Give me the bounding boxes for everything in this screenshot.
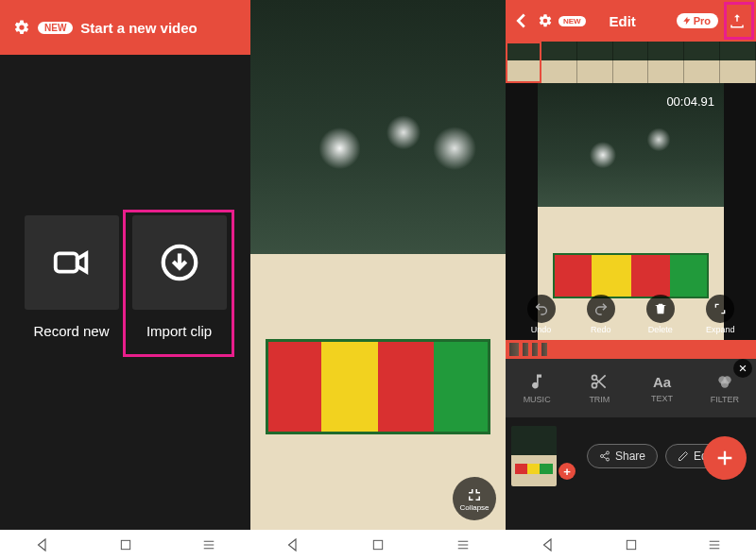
- nav-home[interactable]: [118, 537, 133, 552]
- gear-icon[interactable]: [13, 19, 30, 36]
- redo-icon: [593, 301, 609, 316]
- share-icon: [599, 450, 610, 462]
- svg-point-9: [607, 458, 610, 461]
- thumbnail[interactable]: [720, 42, 756, 83]
- record-new-label: Record new: [33, 323, 109, 339]
- nav-home[interactable]: [624, 537, 639, 552]
- nav-recent[interactable]: [200, 536, 217, 553]
- hamburger-icon: [706, 536, 723, 553]
- collapse-button[interactable]: Collapse: [453, 477, 496, 520]
- music-tool[interactable]: MUSIC: [506, 359, 568, 417]
- triangle-back-icon: [540, 536, 557, 553]
- nav-back[interactable]: [540, 536, 557, 553]
- square-home-icon: [370, 537, 386, 552]
- thumbnail[interactable]: [577, 42, 613, 83]
- thumbnail-strip[interactable]: [506, 42, 756, 83]
- android-nav-bars: [0, 530, 756, 560]
- svg-point-7: [607, 451, 610, 454]
- svg-rect-11: [373, 540, 382, 549]
- svg-rect-0: [55, 253, 77, 271]
- scissors-icon: [590, 372, 609, 391]
- text-icon: Aa: [653, 374, 671, 390]
- export-button[interactable]: [724, 8, 750, 34]
- delete-button[interactable]: Delete: [646, 295, 675, 334]
- hamburger-icon: [200, 536, 217, 553]
- fab-add-button[interactable]: [703, 436, 747, 480]
- svg-point-3: [593, 383, 597, 388]
- edit-toolbar: MUSIC TRIM Aa TEXT FILTER: [506, 359, 756, 417]
- video-preview[interactable]: 00:04.91 Undo Redo Delete Expand: [506, 83, 756, 340]
- triangle-back-icon: [34, 536, 51, 553]
- triangle-back-icon: [284, 536, 301, 553]
- svg-rect-12: [627, 540, 635, 549]
- record-new-button[interactable]: [25, 215, 119, 310]
- svg-point-6: [721, 380, 729, 387]
- thumbnail[interactable]: [506, 42, 541, 83]
- trash-icon: [653, 301, 668, 316]
- hamburger-icon: [455, 536, 472, 553]
- bottom-strip: + Share Edit: [506, 417, 756, 495]
- close-icon: [738, 364, 747, 373]
- svg-point-2: [593, 375, 597, 380]
- camera-icon: [50, 241, 94, 284]
- thumbnail[interactable]: [684, 42, 720, 83]
- filter-icon: [715, 372, 734, 391]
- preview-screen: Collapse: [250, 0, 506, 530]
- export-icon: [729, 12, 746, 29]
- nav-recent[interactable]: [706, 536, 723, 553]
- text-tool[interactable]: Aa TEXT: [631, 359, 694, 417]
- plus-icon: [714, 448, 735, 468]
- nav-home[interactable]: [370, 537, 386, 552]
- add-clip-button[interactable]: +: [558, 463, 576, 480]
- gear-icon: [538, 13, 553, 28]
- svg-rect-10: [121, 540, 129, 549]
- trim-tool[interactable]: TRIM: [568, 359, 630, 417]
- mini-timeline[interactable]: [506, 340, 756, 359]
- pencil-icon: [678, 450, 689, 462]
- redo-button[interactable]: Redo: [587, 295, 615, 334]
- home-header: NEW Start a new video: [0, 0, 250, 55]
- edit-title: Edit: [575, 13, 671, 29]
- thumbnail[interactable]: [648, 42, 684, 83]
- back-button[interactable]: [511, 10, 532, 31]
- collapse-icon: [466, 486, 483, 503]
- import-clip-button[interactable]: [132, 215, 227, 310]
- import-clip-label: Import clip: [146, 323, 212, 339]
- settings-button[interactable]: [538, 13, 553, 28]
- nav-recent[interactable]: [455, 536, 472, 553]
- expand-button[interactable]: Expand: [706, 295, 735, 334]
- chevron-left-icon: [511, 10, 532, 31]
- clip-thumbnail[interactable]: [511, 426, 557, 486]
- download-circle-icon: [158, 241, 201, 284]
- expand-icon: [713, 301, 728, 316]
- close-button[interactable]: [733, 359, 752, 378]
- thumbnail[interactable]: [541, 42, 577, 83]
- bolt-icon: [682, 16, 692, 25]
- edit-screen: NEW Edit Pro 00:04.91: [506, 0, 756, 530]
- new-badge: NEW: [38, 22, 73, 34]
- square-home-icon: [118, 537, 133, 552]
- timestamp: 00:04.91: [666, 94, 714, 109]
- share-chip[interactable]: Share: [587, 444, 658, 468]
- thumbnail[interactable]: [613, 42, 649, 83]
- square-home-icon: [624, 537, 639, 552]
- pro-badge[interactable]: Pro: [677, 13, 718, 28]
- undo-icon: [534, 301, 549, 316]
- svg-point-8: [601, 455, 604, 458]
- collapse-label: Collapse: [459, 503, 489, 512]
- video-preview-full[interactable]: [250, 0, 506, 530]
- start-new-video-label: Start a new video: [80, 20, 197, 36]
- nav-back[interactable]: [34, 536, 51, 553]
- home-screen: NEW Start a new video Record new Import …: [0, 0, 250, 530]
- edit-header: NEW Edit Pro: [506, 0, 756, 42]
- undo-button[interactable]: Undo: [527, 295, 556, 334]
- nav-back[interactable]: [284, 536, 301, 553]
- music-icon: [527, 372, 546, 391]
